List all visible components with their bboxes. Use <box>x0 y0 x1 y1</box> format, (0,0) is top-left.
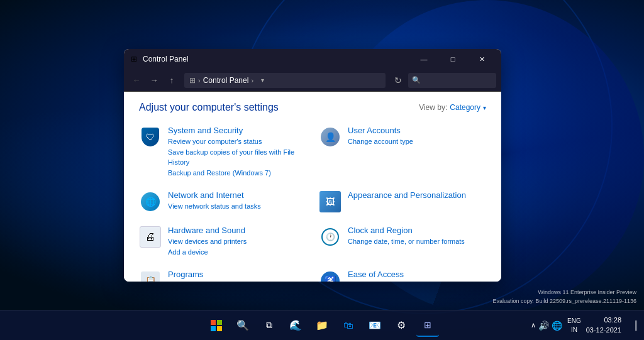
minimize-button[interactable]: — <box>409 49 438 69</box>
taskbar-right: ∧ 🔊 🌐 ENG IN 03:28 03-12-2021 ▕ <box>531 315 639 336</box>
content-header: Adjust your computer's settings View by:… <box>139 102 486 113</box>
network-internet-icon: 🌐 <box>139 190 162 213</box>
refresh-button[interactable]: ↻ <box>391 73 406 88</box>
categories-grid: 🛡 System and Security Review your comput… <box>139 126 486 282</box>
system-clock[interactable]: 03:28 03-12-2021 <box>586 315 621 335</box>
address-bar[interactable]: ⊞ › Control Panel › ▾ <box>184 73 386 88</box>
show-desktop-button[interactable]: ▕ <box>626 315 639 336</box>
keyboard-language-button[interactable]: ENG IN <box>567 317 581 334</box>
category-hardware-sound[interactable]: 🖨 Hardware and Sound View devices and pr… <box>139 226 306 257</box>
user-icon: 👤 <box>321 128 340 146</box>
tray-chevron-icon[interactable]: ∧ <box>531 321 536 329</box>
ease-of-access-icon: ♿ <box>319 270 341 282</box>
user-accounts-title[interactable]: User Accounts <box>348 126 486 135</box>
breadcrumb-control-panel[interactable]: Control Panel <box>203 76 249 85</box>
explorer-button[interactable]: 📁 <box>311 314 333 337</box>
category-appearance[interactable]: 🖼 Appearance and Personalization <box>319 190 486 213</box>
appearance-info: Appearance and Personalization <box>348 190 486 201</box>
clock-region-title[interactable]: Clock and Region <box>348 226 486 235</box>
svg-rect-2 <box>211 326 216 331</box>
taskbar-center: 🔍 ⧉ 🌊 📁 🛍 📧 ⚙ ⊞ <box>205 314 439 337</box>
maximize-button[interactable]: □ <box>438 49 467 69</box>
tray-icons: ∧ 🔊 🌐 <box>531 321 562 331</box>
keyboard-region: IN <box>567 326 581 334</box>
programs-info: Programs Uninstall a program <box>168 270 306 282</box>
view-by-control: View by: Category ▾ <box>419 103 486 112</box>
edge-browser-button[interactable]: 🌊 <box>284 314 307 337</box>
forward-button[interactable]: → <box>147 73 162 88</box>
hardware-visual-icon: 🖨 <box>140 226 161 248</box>
os-watermark: Windows 11 Enterprise Insider Preview Ev… <box>493 288 637 305</box>
programs-visual-icon: 📋 <box>141 271 160 282</box>
appearance-icon: 🖼 <box>319 190 341 213</box>
search-icon: 🔍 <box>412 76 421 84</box>
taskbar: 🔍 ⧉ 🌊 📁 🛍 📧 ⚙ ⊞ ∧ 🔊 🌐 ENG IN 03:28 03-12… <box>0 310 644 340</box>
watermark-line1: Windows 11 Enterprise Insider Preview <box>493 288 637 297</box>
hardware-sound-info: Hardware and Sound View devices and prin… <box>168 226 306 257</box>
user-accounts-link-1[interactable]: Change account type <box>348 136 486 147</box>
clock-region-info: Clock and Region Change date, time, or n… <box>348 226 486 247</box>
hardware-link-2[interactable]: Add a device <box>168 247 306 258</box>
system-security-link-2[interactable]: Save backup copies of your files with Fi… <box>168 147 306 168</box>
task-view-button[interactable]: ⧉ <box>258 314 280 337</box>
system-security-link-1[interactable]: Review your computer's status <box>168 136 306 147</box>
volume-icon[interactable]: 🔊 <box>538 321 549 331</box>
address-separator-1: › <box>198 77 201 84</box>
category-system-security[interactable]: 🛡 System and Security Review your comput… <box>139 126 306 178</box>
close-button[interactable]: ✕ <box>467 49 496 69</box>
window-controls: — □ ✕ <box>409 49 496 69</box>
user-accounts-info: User Accounts Change account type <box>348 126 486 147</box>
shield-icon: 🛡 <box>142 128 159 146</box>
store-button[interactable]: 🛍 <box>337 314 360 337</box>
search-bar[interactable]: 🔍 <box>408 73 496 88</box>
window-app-icon: ⊞ <box>129 54 139 64</box>
mail-button[interactable]: 📧 <box>364 314 386 337</box>
clock-date: 03-12-2021 <box>586 326 621 335</box>
category-ease-of-access[interactable]: ♿ Ease of Access Let Windows suggest set… <box>319 270 486 282</box>
user-accounts-icon: 👤 <box>319 126 341 148</box>
control-panel-taskbar-button[interactable]: ⊞ <box>416 314 439 337</box>
svg-rect-3 <box>217 326 222 331</box>
system-security-link-3[interactable]: Backup and Restore (Windows 7) <box>168 168 306 178</box>
ease-of-access-title[interactable]: Ease of Access <box>348 270 486 279</box>
programs-link-1[interactable]: Uninstall a program <box>168 280 306 282</box>
network-tray-icon[interactable]: 🌐 <box>552 321 562 331</box>
ease-visual-icon: ♿ <box>321 271 340 282</box>
system-security-icon: 🛡 <box>139 126 162 148</box>
window-title: Control Panel <box>143 55 409 63</box>
hardware-link-1[interactable]: View devices and printers <box>168 236 306 247</box>
category-programs[interactable]: 📋 Programs Uninstall a program <box>139 270 306 282</box>
network-internet-link-1[interactable]: View network status and tasks <box>168 201 306 212</box>
clock-time: 03:28 <box>586 315 621 325</box>
clock-region-link-1[interactable]: Change date, time, or number formats <box>348 236 486 247</box>
clock-region-icon: 🕐 <box>319 226 341 248</box>
window-content: Adjust your computer's settings View by:… <box>124 92 501 282</box>
appearance-visual-icon: 🖼 <box>319 191 341 212</box>
ease-of-access-info: Ease of Access Let Windows suggest setti… <box>348 270 486 282</box>
watermark-line2: Evaluation copy. Build 22509.rs_prerelea… <box>493 297 637 306</box>
search-button[interactable]: 🔍 <box>231 314 254 337</box>
ease-of-access-link-1[interactable]: Let Windows suggest settings <box>348 280 486 282</box>
settings-button[interactable]: ⚙ <box>390 314 413 337</box>
system-security-info: System and Security Review your computer… <box>168 126 306 178</box>
category-network-internet[interactable]: 🌐 Network and Internet View network stat… <box>139 190 306 213</box>
view-by-dropdown-icon[interactable]: ▾ <box>483 104 486 111</box>
start-button[interactable] <box>205 314 228 337</box>
category-user-accounts[interactable]: 👤 User Accounts Change account type <box>319 126 486 178</box>
breadcrumb-home-icon: ⊞ <box>189 76 196 85</box>
page-heading: Adjust your computer's settings <box>139 102 279 113</box>
appearance-title[interactable]: Appearance and Personalization <box>348 190 486 200</box>
windows-logo-icon <box>211 320 222 331</box>
address-dropdown-button[interactable]: ▾ <box>256 74 269 87</box>
back-button[interactable]: ← <box>129 73 144 88</box>
system-security-title[interactable]: System and Security <box>168 126 306 135</box>
category-clock-region[interactable]: 🕐 Clock and Region Change date, time, or… <box>319 226 486 257</box>
up-button[interactable]: ↑ <box>164 73 179 88</box>
svg-rect-1 <box>217 320 222 325</box>
svg-rect-0 <box>211 320 216 325</box>
programs-icon: 📋 <box>139 270 162 282</box>
view-by-value[interactable]: Category <box>450 103 480 112</box>
network-internet-title[interactable]: Network and Internet <box>168 190 306 200</box>
programs-title[interactable]: Programs <box>168 270 306 279</box>
hardware-sound-title[interactable]: Hardware and Sound <box>168 226 306 235</box>
